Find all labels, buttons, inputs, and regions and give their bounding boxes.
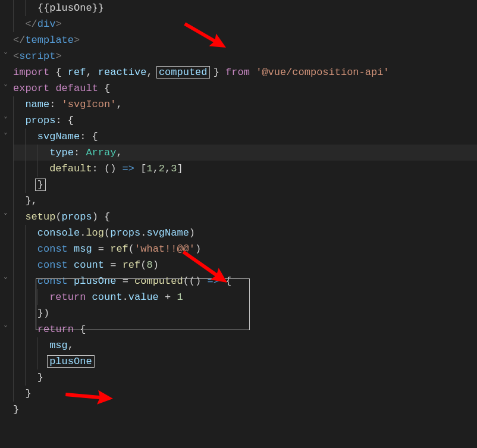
fold-toggle[interactable]: ˅ (0, 209, 13, 225)
code-line[interactable]: props: { (13, 112, 477, 129)
code-line[interactable]: type: Array, (13, 145, 477, 161)
code-line[interactable]: } (13, 386, 477, 402)
fold-toggle (0, 16, 13, 32)
code-line[interactable]: return count.value + 1 (13, 289, 477, 305)
code-line[interactable]: </template> (13, 32, 477, 48)
fold-toggle (0, 177, 13, 193)
code-line[interactable]: } (13, 177, 477, 193)
fold-toggle (0, 241, 13, 257)
fold-toggle (0, 32, 13, 48)
code-content[interactable]: {{plusOne}} </div></template><script>imp… (13, 0, 477, 418)
fold-toggle (0, 386, 13, 402)
code-line[interactable]: svgName: { (13, 129, 477, 145)
code-line[interactable]: setup(props) { (13, 209, 477, 225)
fold-toggle[interactable]: ˅ (0, 80, 13, 96)
fold-toggle[interactable]: ˅ (0, 112, 13, 129)
code-line[interactable]: export default { (13, 80, 477, 96)
fold-toggle (0, 257, 13, 273)
fold-toggle (0, 305, 13, 321)
fold-toggle (0, 0, 13, 16)
fold-toggle (0, 289, 13, 305)
fold-toggle[interactable]: ˅ (0, 48, 13, 64)
code-line[interactable]: const count = ref(8) (13, 257, 477, 273)
fold-toggle[interactable]: ˅ (0, 129, 13, 145)
fold-toggle (0, 402, 13, 418)
fold-gutter[interactable]: ˅˅˅˅˅˅˅ (0, 0, 13, 448)
fold-toggle (0, 96, 13, 112)
code-editor[interactable]: ˅˅˅˅˅˅˅ {{plusOne}} </div></template><sc… (0, 0, 477, 448)
code-line[interactable]: } (13, 402, 477, 418)
fold-toggle (0, 353, 13, 369)
fold-toggle[interactable]: ˅ (0, 321, 13, 337)
fold-toggle (0, 225, 13, 241)
fold-toggle (0, 161, 13, 177)
code-line[interactable]: const plusOne = computed(() => { (13, 273, 477, 289)
code-line[interactable]: plusOne (13, 353, 477, 369)
code-line[interactable]: }) (13, 305, 477, 321)
code-line[interactable]: name: 'svgIcon', (13, 96, 477, 112)
fold-toggle (0, 369, 13, 386)
code-line[interactable]: return { (13, 321, 477, 337)
fold-toggle[interactable]: ˅ (0, 273, 13, 289)
code-line[interactable]: default: () => [1,2,3] (13, 161, 477, 177)
code-line[interactable]: console.log(props.svgName) (13, 225, 477, 241)
fold-toggle (0, 193, 13, 209)
code-line[interactable]: {{plusOne}} (13, 0, 477, 16)
code-line[interactable]: <script> (13, 48, 477, 64)
fold-toggle (0, 337, 13, 353)
code-line[interactable]: const msg = ref('what!!@@') (13, 241, 477, 257)
code-line[interactable]: </div> (13, 16, 477, 32)
fold-toggle (0, 145, 13, 161)
code-line[interactable]: import { ref, reactive, computed } from … (13, 64, 477, 80)
code-line[interactable]: msg, (13, 337, 477, 353)
code-line[interactable]: }, (13, 193, 477, 209)
code-line[interactable]: } (13, 369, 477, 386)
fold-toggle (0, 64, 13, 80)
